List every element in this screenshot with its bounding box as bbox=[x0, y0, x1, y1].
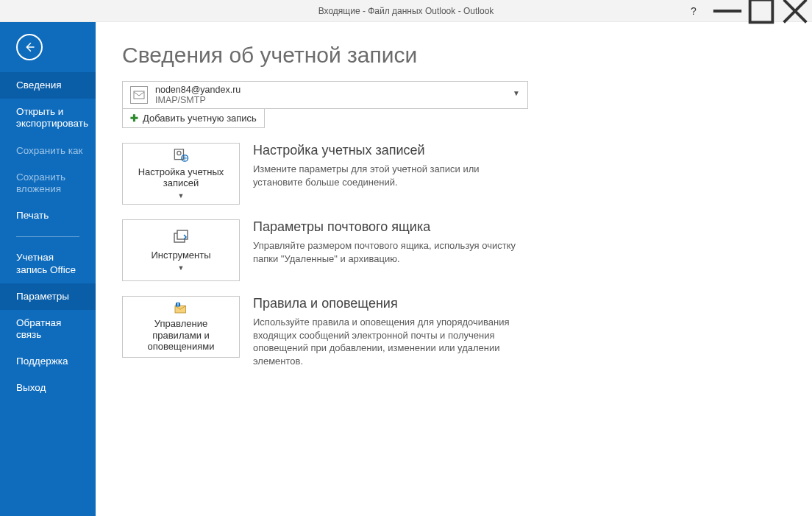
tile-rules[interactable]: Управление правилами и оповещениями bbox=[122, 296, 240, 358]
sidebar: Сведения Открыть и экспортировать Сохран… bbox=[0, 22, 96, 516]
tools-icon bbox=[169, 229, 193, 247]
section-title: Настройка учетных записей bbox=[253, 143, 528, 158]
sidebar-item-support[interactable]: Поддержка bbox=[0, 348, 96, 375]
body: Сведения Открыть и экспортировать Сохран… bbox=[0, 22, 812, 516]
maximize-icon bbox=[744, 0, 778, 28]
sidebar-item-office-account[interactable]: Учетная запись Office bbox=[0, 244, 96, 283]
svg-point-6 bbox=[177, 151, 181, 155]
svg-rect-1 bbox=[750, 0, 773, 22]
section-desc: Измените параметры для этой учетной запи… bbox=[253, 163, 528, 188]
section-title: Параметры почтового ящика bbox=[253, 219, 528, 235]
section-text: Правила и оповещения Используйте правила… bbox=[253, 296, 528, 367]
section-desc: Управляйте размером почтового ящика, исп… bbox=[253, 239, 528, 265]
account-protocol: IMAP/SMTP bbox=[155, 95, 241, 105]
svg-rect-9 bbox=[177, 230, 188, 239]
sidebar-item-label: Сохранить как bbox=[16, 145, 82, 156]
sidebar-item-save-as: Сохранить как bbox=[0, 138, 96, 164]
content: Сведения об учетной записи noden84@yande… bbox=[96, 22, 812, 516]
sidebar-item-label: Открыть и экспортировать bbox=[16, 106, 88, 129]
arrow-left-icon bbox=[23, 40, 36, 54]
sidebar-item-open-export[interactable]: Открыть и экспортировать bbox=[0, 99, 96, 137]
sidebar-item-label: Учетная запись Office bbox=[16, 252, 76, 275]
section-title: Правила и оповещения bbox=[253, 296, 528, 311]
minimize-button[interactable] bbox=[710, 0, 744, 22]
chevron-down-icon: ▼ bbox=[178, 264, 185, 272]
maximize-button[interactable] bbox=[744, 0, 778, 22]
sidebar-separator bbox=[16, 236, 79, 237]
chevron-down-icon: ▼ bbox=[178, 192, 185, 199]
sidebar-item-label: Обратная связь bbox=[16, 317, 61, 340]
section-rules: Управление правилами и оповещениями Прав… bbox=[122, 296, 528, 367]
titlebar: Входящие - Файл данных Outlook - Outlook… bbox=[0, 0, 812, 22]
chevron-down-icon: ▼ bbox=[513, 89, 520, 97]
account-settings-icon bbox=[169, 148, 193, 163]
tile-label: Инструменты bbox=[151, 250, 210, 261]
sidebar-item-print[interactable]: Печать bbox=[0, 202, 96, 229]
page-title: Сведения об учетной записи bbox=[122, 43, 786, 68]
plus-icon: ✚ bbox=[130, 113, 138, 124]
account-info: noden84@yandex.ru IMAP/SMTP bbox=[155, 85, 241, 106]
account-email: noden84@yandex.ru bbox=[155, 85, 241, 95]
sidebar-item-label: Поддержка bbox=[16, 356, 68, 367]
sidebar-item-exit[interactable]: Выход bbox=[0, 375, 96, 401]
sidebar-item-info[interactable]: Сведения bbox=[0, 72, 96, 99]
tile-label: Управление правилами и оповещениями bbox=[129, 318, 233, 353]
tile-tools[interactable]: Инструменты ▼ bbox=[122, 219, 240, 281]
section-account-settings: Настройка учетных записей ▼ Настройка уч… bbox=[122, 143, 528, 205]
sidebar-item-feedback[interactable]: Обратная связь bbox=[0, 310, 96, 348]
mailbox-icon bbox=[130, 86, 148, 104]
rules-alerts-icon bbox=[169, 301, 193, 315]
section-desc: Используйте правила и оповещения для упо… bbox=[253, 316, 528, 367]
section-text: Настройка учетных записей Измените парам… bbox=[253, 143, 528, 188]
section-mailbox-settings: Инструменты ▼ Параметры почтового ящика … bbox=[122, 219, 528, 281]
sidebar-item-label: Печать bbox=[16, 210, 49, 221]
add-account-button[interactable]: ✚ Добавить учетную запись bbox=[122, 109, 265, 128]
tile-account-settings[interactable]: Настройка учетных записей ▼ bbox=[122, 143, 240, 205]
sidebar-item-label: Параметры bbox=[16, 291, 69, 302]
sidebar-item-label: Сведения bbox=[16, 79, 62, 91]
sidebar-item-options[interactable]: Параметры bbox=[0, 283, 96, 310]
window-title: Входящие - Файл данных Outlook - Outlook bbox=[318, 6, 494, 16]
sidebar-item-label: Сохранить вложения bbox=[16, 172, 65, 194]
app-root: Входящие - Файл данных Outlook - Outlook… bbox=[0, 0, 812, 516]
close-button[interactable] bbox=[778, 0, 812, 22]
help-button[interactable]: ? bbox=[677, 0, 710, 22]
section-text: Параметры почтового ящика Управляйте раз… bbox=[253, 219, 528, 265]
add-account-label: Добавить учетную запись bbox=[143, 113, 257, 124]
window-controls: ? bbox=[677, 0, 812, 22]
close-icon bbox=[778, 0, 812, 28]
sidebar-item-label: Выход bbox=[16, 382, 46, 393]
svg-rect-4 bbox=[134, 91, 144, 99]
account-selector[interactable]: noden84@yandex.ru IMAP/SMTP ▼ bbox=[122, 81, 528, 109]
sidebar-item-save-attachments: Сохранить вложения bbox=[0, 164, 96, 202]
tile-label: Настройка учетных записей bbox=[129, 166, 233, 189]
back-button[interactable] bbox=[16, 34, 43, 60]
minimize-icon bbox=[710, 0, 744, 28]
